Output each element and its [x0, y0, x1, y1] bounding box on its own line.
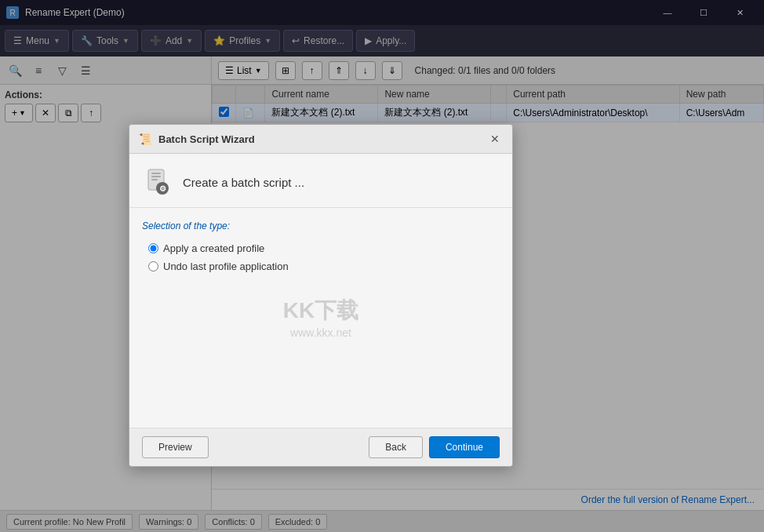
watermark: ΚΚ下载 www.kkx.net [283, 295, 358, 341]
dialog-body: Selection of the type: Apply a created p… [129, 208, 512, 428]
radio-undo-label: Undo last profile application [163, 261, 289, 272]
svg-text:⚙: ⚙ [159, 184, 166, 193]
back-button[interactable]: Back [369, 436, 423, 458]
selection-label: Selection of the type: [142, 220, 500, 231]
dialog-close-button[interactable]: ✕ [487, 131, 503, 147]
dialog-title: Batch Script Wizard [158, 133, 481, 145]
batch-script-dialog: 📜 Batch Script Wizard ✕ ⚙ Create a batch… [129, 124, 513, 467]
radio-apply-label: Apply a created profile [163, 242, 264, 254]
dialog-header: ⚙ Create a batch script ... [129, 154, 512, 208]
radio-option-2[interactable]: Undo last profile application [148, 261, 500, 272]
modal-overlay: 📜 Batch Script Wizard ✕ ⚙ Create a batch… [0, 0, 764, 532]
continue-button[interactable]: Continue [429, 436, 500, 458]
radio-group: Apply a created profile Undo last profil… [142, 242, 500, 272]
watermark-line1: ΚΚ下载 [283, 295, 358, 326]
svg-rect-3 [151, 179, 158, 180]
dialog-title-icon: 📜 [139, 133, 152, 145]
watermark-line2: www.kkx.net [283, 326, 358, 341]
dialog-header-title: Create a batch script ... [183, 176, 304, 189]
svg-rect-1 [151, 173, 161, 174]
dialog-header-icon: ⚙ [142, 166, 173, 198]
dialog-footer: Preview Back Continue [129, 428, 512, 466]
radio-option-1[interactable]: Apply a created profile [148, 242, 500, 254]
dialog-title-bar: 📜 Batch Script Wizard ✕ [129, 125, 512, 154]
radio-undo-profile[interactable] [148, 261, 158, 271]
preview-button[interactable]: Preview [142, 436, 209, 458]
radio-apply-profile[interactable] [148, 243, 158, 253]
svg-rect-2 [151, 176, 161, 177]
